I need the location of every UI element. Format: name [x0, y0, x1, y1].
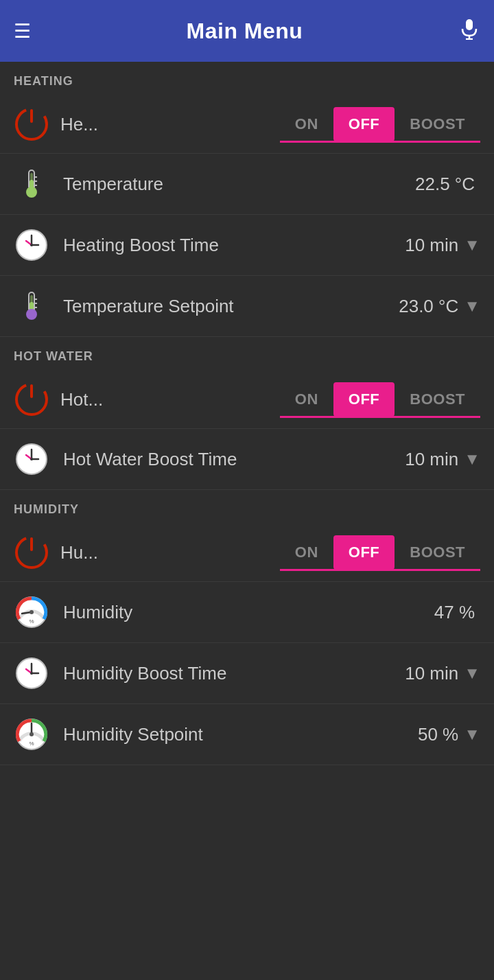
humidity-power-icon[interactable]: [14, 535, 49, 570]
header-title: Main Menu: [187, 19, 303, 44]
thermometer-setpoint-icon: [14, 288, 49, 324]
hot-water-boost-time-row[interactable]: Hot Water Boost Time 10 min ▼: [0, 429, 494, 490]
humidity-boost-time-dropdown[interactable]: ▼: [464, 664, 480, 683]
svg-rect-19: [30, 295, 33, 307]
humidity-gauge-icon: %: [14, 594, 49, 630]
humidity-tab-off[interactable]: OFF: [333, 535, 395, 570]
hot-water-tab-boost[interactable]: BOOST: [395, 382, 480, 417]
hot-water-section-label: HOT WATER: [0, 337, 494, 371]
humidity-section-label: HUMIDITY: [0, 490, 494, 524]
humidity-setpoint-row[interactable]: % Humidity Setpoint 50 % ▼: [0, 704, 494, 765]
heating-tab-group: ON OFF BOOST: [280, 107, 480, 141]
humidity-control-label: Hu...: [60, 542, 280, 563]
humidity-label: Humidity: [63, 602, 434, 623]
humidity-boost-time-row[interactable]: Humidity Boost Time 10 min ▼: [0, 643, 494, 704]
hot-water-tab-group: ON OFF BOOST: [280, 382, 480, 417]
humidity-setpoint-label: Humidity Setpoint: [63, 724, 418, 745]
heating-setpoint-dropdown[interactable]: ▼: [464, 296, 480, 316]
humidity-setpoint-gauge-icon: %: [14, 716, 49, 752]
hot-water-boost-time-value: 10 min: [405, 449, 458, 470]
heating-section-label: HEATING: [0, 62, 494, 95]
humidity-boost-time-label: Humidity Boost Time: [63, 663, 405, 684]
heating-tab-off[interactable]: OFF: [333, 107, 395, 141]
mic-icon[interactable]: [458, 18, 480, 45]
humidity-tab-boost[interactable]: BOOST: [395, 535, 480, 570]
heating-setpoint-label: Temperature Setpoint: [63, 296, 399, 317]
humidity-boost-time-value: 10 min: [405, 663, 458, 684]
heating-power-icon[interactable]: [14, 106, 49, 142]
hot-water-tab-off[interactable]: OFF: [333, 382, 395, 417]
svg-rect-7: [30, 173, 33, 185]
svg-point-44: [30, 732, 34, 736]
heating-tab-underline: [280, 141, 480, 143]
hot-water-tab-underline: [280, 416, 480, 418]
hot-water-boost-time-label: Hot Water Boost Time: [63, 449, 405, 470]
heating-temperature-row: Temperature 22.5 °C: [0, 154, 494, 215]
hot-water-control-label: Hot...: [60, 389, 280, 410]
svg-text:%: %: [29, 618, 34, 625]
header: ☰ Main Menu: [0, 0, 494, 62]
heating-control-label: He...: [60, 114, 280, 135]
humidity-setpoint-value: 50 %: [418, 724, 458, 745]
heating-tab-boost[interactable]: BOOST: [395, 107, 480, 141]
humidity-value: 47 %: [434, 602, 475, 623]
humidity-control-row: Hu... ON OFF BOOST: [0, 524, 494, 582]
hot-water-control-row: Hot... ON OFF BOOST: [0, 371, 494, 429]
hot-water-tab-on[interactable]: ON: [280, 382, 333, 417]
humidity-tab-group: ON OFF BOOST: [280, 535, 480, 570]
humidity-tab-on[interactable]: ON: [280, 535, 333, 570]
heating-section: HEATING He... ON OFF BOOST Temperature 2…: [0, 62, 494, 337]
heating-temperature-value: 22.5 °C: [415, 174, 475, 195]
heating-tab-on[interactable]: ON: [280, 107, 333, 141]
heating-control-row: He... ON OFF BOOST: [0, 95, 494, 154]
svg-point-41: [30, 672, 33, 675]
svg-point-8: [26, 187, 37, 198]
heating-boost-time-label: Heating Boost Time: [63, 235, 405, 256]
svg-point-16: [30, 244, 33, 246]
hot-water-section: HOT WATER Hot... ON OFF BOOST Hot Water …: [0, 337, 494, 490]
heating-boost-time-row[interactable]: Heating Boost Time 10 min ▼: [0, 215, 494, 276]
clock-icon-heating: [14, 227, 49, 263]
heating-setpoint-value: 23.0 °C: [399, 296, 458, 317]
hot-water-boost-time-dropdown[interactable]: ▼: [464, 450, 480, 469]
humidity-section: HUMIDITY Hu... ON OFF BOOST % Humidit: [0, 490, 494, 765]
humidity-value-row: % Humidity 47 %: [0, 582, 494, 643]
svg-point-35: [30, 610, 34, 614]
svg-text:%: %: [29, 740, 34, 747]
humidity-tab-underline: [280, 569, 480, 571]
clock-icon-hot-water: [14, 441, 49, 477]
heating-boost-time-dropdown[interactable]: ▼: [464, 235, 480, 255]
thermometer-icon: [14, 166, 49, 202]
heating-temperature-label: Temperature: [63, 174, 415, 195]
svg-point-30: [30, 458, 33, 460]
clock-icon-humidity: [14, 655, 49, 691]
heating-setpoint-row[interactable]: Temperature Setpoint 23.0 °C ▼: [0, 276, 494, 337]
svg-rect-0: [466, 19, 473, 30]
hamburger-icon[interactable]: ☰: [14, 20, 31, 43]
heating-boost-time-value: 10 min: [405, 235, 458, 256]
svg-point-20: [26, 309, 37, 320]
humidity-setpoint-dropdown[interactable]: ▼: [464, 725, 480, 744]
hot-water-power-icon[interactable]: [14, 382, 49, 417]
